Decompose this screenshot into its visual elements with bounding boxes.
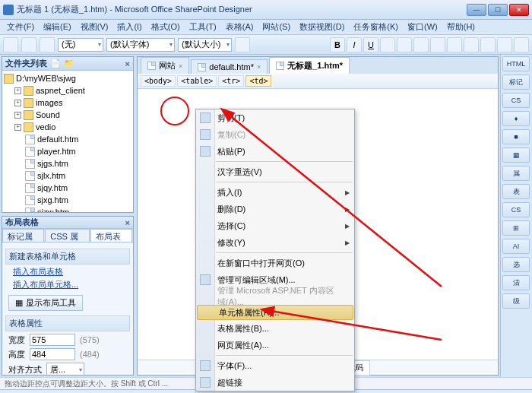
show-layout-tools-button[interactable]: ▦显示布局工具 <box>8 295 83 311</box>
tab-close-icon[interactable]: × <box>179 62 182 70</box>
maximize-button[interactable]: ☐ <box>488 4 508 16</box>
expand-icon[interactable]: + <box>14 112 21 119</box>
menu-item[interactable]: 编辑(E) <box>40 20 75 34</box>
decrease-button[interactable] <box>497 37 512 52</box>
tree-item[interactable]: +Sound <box>4 109 131 121</box>
tree-item[interactable]: sjxg.htm <box>4 194 131 206</box>
tree-root[interactable]: D:\myWEB\sjwg <box>4 72 131 84</box>
context-menu-item[interactable]: 修改(Y)▶ <box>196 234 354 251</box>
indent-button[interactable] <box>447 37 462 52</box>
tree-item[interactable]: +aspnet_client <box>4 84 131 97</box>
context-menu-item[interactable]: 超链接 <box>196 374 354 391</box>
close-button[interactable]: ✕ <box>509 4 529 16</box>
border-button[interactable] <box>480 37 496 52</box>
menu-item[interactable]: 窗口(W) <box>404 20 442 34</box>
expand-icon[interactable]: + <box>14 124 21 131</box>
toolbox-button[interactable]: 表 <box>502 184 530 199</box>
toolbox-button[interactable]: ▦ <box>502 147 530 163</box>
toolbox-button[interactable]: 级 <box>502 293 530 309</box>
toolbox-button[interactable]: 清 <box>502 275 530 290</box>
context-menu-item[interactable]: 表格属性(B)... <box>196 320 354 337</box>
document-tab[interactable]: 网站× <box>141 57 189 74</box>
document-tab[interactable]: default.htm*× <box>191 59 268 74</box>
context-menu-item[interactable]: 汉字重选(V) <box>196 163 354 180</box>
size-select[interactable]: (默认大小) <box>178 38 232 52</box>
menu-item[interactable]: 数据视图(D) <box>296 20 348 34</box>
tree-item[interactable]: default.htm <box>4 133 131 145</box>
folder-panel-close[interactable]: × <box>125 59 130 68</box>
tree-item[interactable]: sjlx.htm <box>4 170 131 182</box>
context-menu-item[interactable]: 剪切(T) <box>196 109 354 126</box>
menu-item[interactable]: 任务窗格(K) <box>350 20 402 34</box>
tree-item[interactable]: +vedio <box>4 121 131 133</box>
expand-icon[interactable]: + <box>14 87 21 94</box>
context-menu-item[interactable]: 粘贴(P) <box>196 143 354 160</box>
toolbox-button[interactable]: HTML <box>502 56 530 71</box>
breadcrumb-tag[interactable]: <table> <box>177 75 217 87</box>
bold-button[interactable]: B <box>330 37 345 52</box>
menu-item[interactable]: 格式(O) <box>147 20 184 34</box>
toolbox-button[interactable]: 属 <box>502 166 530 181</box>
insert-table-link[interactable]: 插入布局表格 <box>13 266 130 277</box>
style-select[interactable]: (无) <box>58 38 103 52</box>
toolbox-button[interactable]: AI <box>502 239 530 254</box>
width-input[interactable] <box>30 334 75 346</box>
toolbox-button[interactable]: 标记 <box>502 74 530 90</box>
align-right-button[interactable] <box>413 37 429 52</box>
context-menu-item[interactable]: 选择(C)▶ <box>196 217 354 234</box>
folder-panel-new[interactable]: 📁 <box>64 59 74 68</box>
tree-item[interactable]: sjzw.htm <box>4 206 131 212</box>
layout-panel-close[interactable]: × <box>125 218 130 227</box>
toolbox-button[interactable]: 选 <box>502 257 530 272</box>
context-menu-item[interactable]: 网页属性(A)... <box>196 337 354 353</box>
layout-tab[interactable]: 布局表格 <box>90 229 132 242</box>
align-left-button[interactable] <box>380 37 395 52</box>
height-input[interactable] <box>30 348 75 360</box>
new-button[interactable] <box>3 37 18 52</box>
toolbox-button[interactable]: ■ <box>502 129 530 144</box>
zoom-button[interactable] <box>235 37 250 52</box>
layout-tab[interactable]: 标记属性 <box>2 229 44 242</box>
list-button[interactable] <box>430 37 445 52</box>
menu-item[interactable]: 视图(V) <box>77 20 112 34</box>
context-menu-item[interactable]: 插入(I)▶ <box>196 184 354 201</box>
outdent-button[interactable] <box>464 37 479 52</box>
context-menu-item[interactable]: 在新窗口中打开网页(O) <box>196 255 354 271</box>
menu-item[interactable]: 表格(A) <box>222 20 258 34</box>
toolbox-button[interactable]: CS <box>502 202 530 217</box>
context-menu-item[interactable]: 字体(F)... <box>196 357 354 374</box>
expand-icon[interactable]: + <box>14 100 21 106</box>
context-menu-item[interactable]: 删除(D)▶ <box>196 201 354 217</box>
increase-button[interactable] <box>514 37 529 52</box>
menu-item[interactable]: 帮助(H) <box>443 20 479 34</box>
folder-panel-dropdown[interactable]: 📄 <box>50 59 61 68</box>
tab-close-icon[interactable]: × <box>257 63 261 71</box>
breadcrumb-tag[interactable]: <tr> <box>218 75 244 87</box>
align-center-button[interactable] <box>397 37 412 52</box>
toolbox-button[interactable]: ⊞ <box>502 220 530 236</box>
tree-item[interactable]: sjqy.htm <box>4 182 131 194</box>
menu-item[interactable]: 网站(S) <box>258 20 294 34</box>
save-button[interactable] <box>40 37 55 52</box>
toolbox-button[interactable]: ♦ <box>502 111 530 126</box>
context-menu-item[interactable]: 单元格属性(R)... <box>197 305 353 320</box>
font-select[interactable]: (默认字体) <box>106 38 175 52</box>
folder-tree[interactable]: D:\myWEB\sjwg+aspnet_client+images+Sound… <box>2 71 133 212</box>
insert-cell-link[interactable]: 插入布局单元格... <box>13 279 130 290</box>
design-canvas[interactable]: 剪切(T)复制(C)粘贴(P)汉字重选(V)插入(I)▶删除(D)▶选择(C)▶… <box>138 89 498 360</box>
align-select[interactable]: 居... <box>46 363 84 376</box>
underline-button[interactable]: U <box>363 37 378 52</box>
tree-item[interactable]: sjgs.htm <box>4 157 131 170</box>
menu-item[interactable]: 工具(T) <box>185 20 220 34</box>
minimize-button[interactable]: — <box>467 4 486 16</box>
italic-button[interactable]: I <box>347 37 362 52</box>
menu-item[interactable]: 文件(F) <box>3 20 38 34</box>
layout-tab[interactable]: CSS 属性 <box>45 229 90 242</box>
document-tab[interactable]: 无标题_1.htm* <box>269 57 350 74</box>
tree-item[interactable]: +images <box>4 97 131 109</box>
tree-item[interactable]: player.htm <box>4 145 131 157</box>
menu-item[interactable]: 插入(I) <box>113 20 145 34</box>
breadcrumb-tag[interactable]: <body> <box>141 75 176 87</box>
breadcrumb-tag[interactable]: <td> <box>245 75 271 87</box>
open-button[interactable] <box>21 37 36 52</box>
